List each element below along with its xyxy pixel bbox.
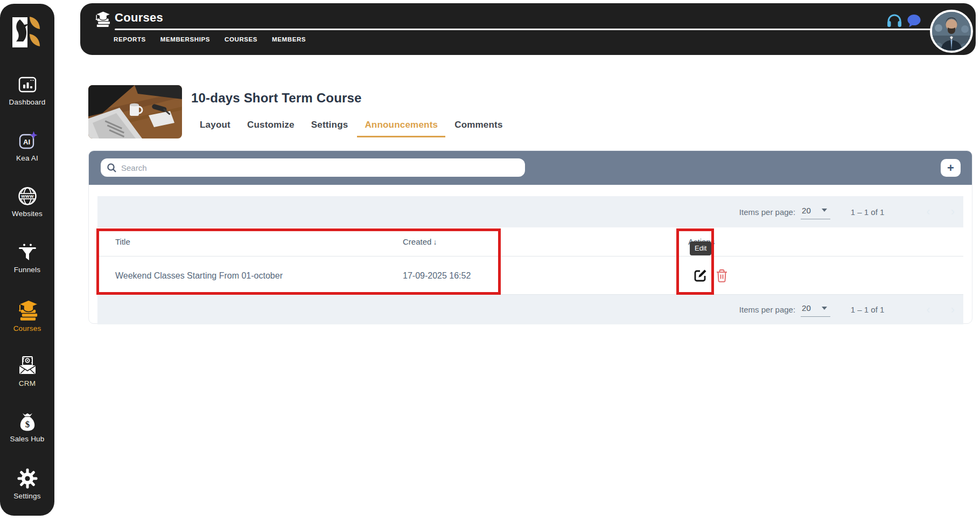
search-box <box>101 158 525 177</box>
dropdown-arrow-icon <box>822 209 827 212</box>
chat-bubble-icon[interactable] <box>906 12 922 31</box>
app-root: Dashboard AI Kea AI www <box>0 0 980 520</box>
page-title: Courses <box>115 11 163 25</box>
nav-item-courses[interactable]: COURSES <box>225 36 257 43</box>
column-header-title[interactable]: Title <box>115 227 130 256</box>
nav-item-members[interactable]: MEMBERS <box>272 36 306 43</box>
announcement-title-cell[interactable]: Weekend Classes Starting From 01-october <box>115 256 283 295</box>
course-title: 10-days Short Term Course <box>191 91 362 106</box>
page-size-value: 20 <box>802 206 811 215</box>
sidebar-item-label: Funnels <box>0 266 54 274</box>
courses-header-icon <box>93 10 111 30</box>
top-header: Courses REPORTS MEMBERSHIPS COURSES MEMB… <box>80 3 976 55</box>
pagination-bar-top: Items per page: 20 1 – 1 of 1 ‹ › <box>97 196 963 227</box>
tab-settings[interactable]: Settings <box>311 120 348 137</box>
prev-page-button[interactable]: ‹ <box>926 304 930 316</box>
crm-icon <box>0 355 54 377</box>
column-header-created[interactable]: Created↓ <box>403 227 437 256</box>
table-row: Weekend Classes Starting From 01-october… <box>97 256 963 295</box>
tab-layout[interactable]: Layout <box>200 120 230 137</box>
svg-text:AI: AI <box>23 138 30 146</box>
page-size-value: 20 <box>802 303 811 313</box>
edit-button[interactable] <box>693 268 708 285</box>
header-divider <box>115 29 932 30</box>
sidebar-item-dashboard[interactable]: Dashboard <box>0 74 54 106</box>
course-thumbnail <box>88 85 182 138</box>
delete-button[interactable] <box>716 269 728 285</box>
settings-icon <box>0 468 54 489</box>
sidebar-item-label: Settings <box>0 492 54 500</box>
sidebar-item-label: CRM <box>0 379 54 387</box>
tab-announcements[interactable]: Announcements <box>357 120 445 137</box>
edit-pencil-icon <box>693 268 708 283</box>
support-headphones-icon[interactable] <box>885 11 904 31</box>
sort-desc-icon: ↓ <box>433 238 437 246</box>
dropdown-arrow-icon <box>822 307 827 310</box>
table-header-row: Title Created↓ Actions <box>97 227 963 256</box>
search-input[interactable] <box>101 158 525 177</box>
next-page-button[interactable]: › <box>951 206 955 218</box>
user-avatar[interactable] <box>930 10 973 53</box>
announcements-table: Items per page: 20 1 – 1 of 1 ‹ › Title … <box>97 196 963 324</box>
sidebar-item-label: Kea AI <box>0 154 54 162</box>
page-range-label: 1 – 1 of 1 <box>851 305 885 314</box>
sidebar-item-funnels[interactable]: Funnels <box>0 242 54 274</box>
sidebar-item-label: Courses <box>0 324 54 332</box>
page-range-label: 1 – 1 of 1 <box>851 207 885 217</box>
pagination-bar-bottom: Items per page: 20 1 – 1 of 1 ‹ › <box>97 295 963 324</box>
tab-comments[interactable]: Comments <box>454 120 502 137</box>
add-announcement-button[interactable]: + <box>941 159 961 177</box>
next-page-button[interactable]: › <box>951 304 955 316</box>
sidebar-item-sales-hub[interactable]: $ Sales Hub <box>0 412 54 443</box>
kea-logo-icon[interactable] <box>11 15 43 52</box>
kea-ai-icon: AI <box>0 130 54 151</box>
websites-icon: www <box>0 185 54 207</box>
prev-page-button[interactable]: ‹ <box>926 206 930 218</box>
sidebar-item-crm[interactable]: CRM <box>0 355 54 387</box>
sales-hub-icon: $ <box>0 412 54 432</box>
sidebar-item-websites[interactable]: www Websites <box>0 185 54 218</box>
sidebar-item-label: Dashboard <box>0 98 54 106</box>
sidebar-item-courses[interactable]: Courses <box>0 299 54 332</box>
items-per-page-label: Items per page: <box>739 207 795 217</box>
funnels-icon <box>0 242 54 263</box>
nav-item-memberships[interactable]: MEMBERSHIPS <box>160 36 210 43</box>
page-size-select[interactable]: 20 <box>801 205 830 219</box>
sidebar-item-label: Sales Hub <box>0 435 54 443</box>
sidebar-item-label: Websites <box>0 210 54 218</box>
dashboard-icon <box>0 74 54 95</box>
announcement-created-cell: 17-09-2025 16:52 <box>403 256 471 295</box>
svg-text:www: www <box>20 193 34 199</box>
trash-icon <box>716 269 728 283</box>
announcements-toolbar: + <box>89 151 972 185</box>
announcements-card: + Items per page: 20 1 – 1 of 1 ‹ › Titl <box>88 150 972 324</box>
items-per-page-label: Items per page: <box>739 305 795 314</box>
tab-customize[interactable]: Customize <box>247 120 295 137</box>
svg-text:$: $ <box>25 419 30 429</box>
course-tabs: Layout Customize Settings Announcements … <box>200 120 503 137</box>
courses-icon <box>0 299 54 322</box>
page-size-select[interactable]: 20 <box>801 302 830 317</box>
sidebar: Dashboard AI Kea AI www <box>0 4 54 516</box>
header-nav: REPORTS MEMBERSHIPS COURSES MEMBERS <box>114 36 306 43</box>
sidebar-item-kea-ai[interactable]: AI Kea AI <box>0 130 54 162</box>
sidebar-item-settings[interactable]: Settings <box>0 468 54 500</box>
nav-item-reports[interactable]: REPORTS <box>114 36 146 43</box>
edit-tooltip: Edit <box>690 241 711 255</box>
